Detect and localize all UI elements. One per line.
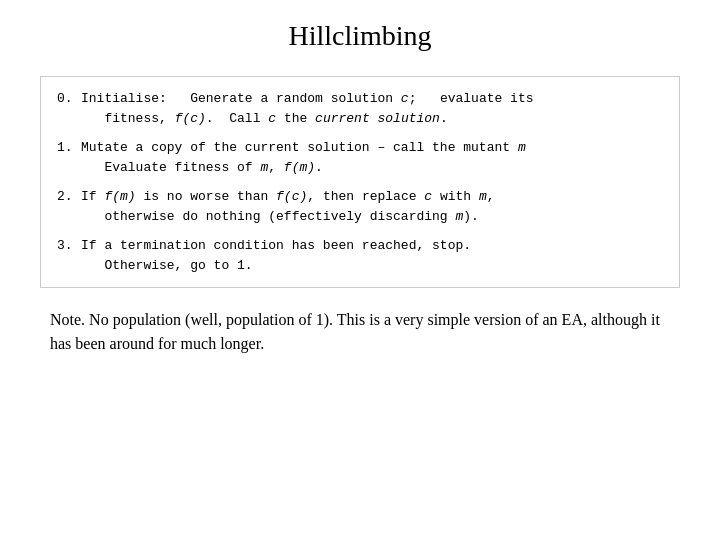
step-0: 0. Initialise: Generate a random solutio…	[57, 89, 663, 128]
step-2-content: If f(m) is no worse than f(c), then repl…	[81, 187, 663, 226]
note-text: Note. No population (well, population of…	[50, 308, 670, 356]
step-1-content: Mutate a copy of the current solution – …	[81, 138, 663, 177]
step-1-number: 1.	[57, 138, 81, 177]
step-3-content: If a termination condition has been reac…	[81, 236, 663, 275]
step-1-line1: Mutate a copy of the current solution – …	[81, 140, 526, 155]
note-section: Note. No population (well, population of…	[40, 308, 680, 356]
step-2-number: 2.	[57, 187, 81, 226]
step-3-line1: If a termination condition has been reac…	[81, 238, 471, 253]
step-1-line2: Evaluate fitness of m, f(m).	[81, 160, 323, 175]
page-title: Hillclimbing	[288, 20, 431, 52]
step-3: 3. If a termination condition has been r…	[57, 236, 663, 275]
step-3-line2: Otherwise, go to 1.	[81, 258, 253, 273]
step-2-line1: If f(m) is no worse than f(c), then repl…	[81, 189, 495, 204]
algorithm-box: 0. Initialise: Generate a random solutio…	[40, 76, 680, 288]
step-0-line2: fitness, f(c). Call c the current soluti…	[81, 111, 448, 126]
page-container: Hillclimbing 0. Initialise: Generate a r…	[0, 0, 720, 540]
step-0-content: Initialise: Generate a random solution c…	[81, 89, 663, 128]
step-2: 2. If f(m) is no worse than f(c), then r…	[57, 187, 663, 226]
step-0-number: 0.	[57, 89, 81, 128]
step-2-line2: otherwise do nothing (effectively discar…	[81, 209, 479, 224]
step-0-line1: Initialise: Generate a random solution c…	[81, 91, 534, 106]
step-1: 1. Mutate a copy of the current solution…	[57, 138, 663, 177]
step-3-number: 3.	[57, 236, 81, 275]
